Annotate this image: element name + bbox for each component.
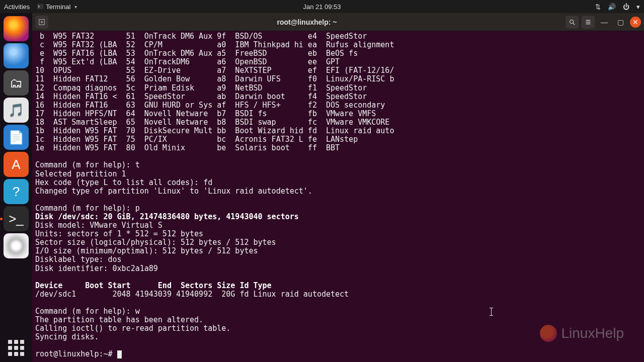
terminal-output[interactable]: b W95 FAT32 51 OnTrack DM6 Aux 9f BSD/OS… (32, 31, 644, 362)
terminal-line: Disklabel type: dos (35, 255, 122, 264)
terminal-line: Command (m for help): t (35, 160, 140, 169)
network-icon[interactable]: ⇅ (595, 3, 601, 11)
hamburger-icon (585, 19, 592, 26)
svg-rect-0 (37, 4, 43, 10)
shell-prompt: root@linuxhelp:~# (35, 349, 117, 358)
dock-libreoffice-writer[interactable]: 📄 (4, 125, 29, 150)
activities-button[interactable]: Activities (4, 3, 30, 11)
terminal-line: Sector size (logical/physical): 512 byte… (35, 238, 276, 247)
new-tab-button[interactable] (35, 16, 48, 29)
flame-icon (540, 325, 557, 342)
terminal-line: The partition table has been altered. (35, 315, 203, 324)
window-titlebar: root@linuxhelp: ~ — ▢ ✕ (32, 13, 644, 31)
dock-terminal[interactable]: >_ (4, 206, 29, 231)
show-applications-button[interactable] (8, 340, 24, 356)
terminal-line: Units: sectors of 1 * 512 = 512 bytes (35, 229, 203, 238)
maximize-button[interactable]: ▢ (614, 16, 627, 29)
dock-files[interactable]: 🗂 (4, 70, 29, 96)
close-button[interactable]: ✕ (630, 17, 641, 28)
terminal-line: Calling ioctl() to re-read partition tab… (35, 324, 230, 333)
system-status-area[interactable]: ⇅ 🔊 ⏻ ▾ (595, 3, 640, 11)
terminal-line: Changed type of partition 'Linux' to 'Li… (35, 187, 312, 196)
window-title: root@linuxhelp: ~ (51, 18, 562, 26)
volume-icon[interactable]: 🔊 (608, 3, 616, 11)
terminal-cursor (117, 350, 122, 358)
text-insertion-cursor (491, 308, 492, 316)
partition-table-row: /dev/sdc1 2048 41943039 41940992 20G fd … (35, 290, 349, 299)
terminal-line: Selected partition 1 (35, 169, 126, 178)
dock-disc[interactable] (4, 233, 29, 258)
dock-ubuntu-software[interactable]: A (4, 152, 29, 177)
terminal-line: Command (m for help): p (35, 204, 140, 213)
chevron-down-icon[interactable]: ▾ (636, 3, 640, 11)
dock-thunderbird[interactable] (4, 43, 29, 68)
app-menu[interactable]: Terminal (37, 3, 77, 11)
search-button[interactable] (566, 16, 579, 29)
svg-point-2 (570, 20, 574, 23)
terminal-line: Disk /dev/sdc: 20 GiB, 21474836480 bytes… (35, 212, 299, 221)
terminal-line: Command (m for help): w (35, 307, 140, 316)
search-icon (569, 19, 576, 26)
hamburger-menu-button[interactable] (582, 16, 595, 29)
minimize-button[interactable]: — (598, 16, 611, 29)
terminal-line: Disk model: VMware Virtual S (35, 221, 163, 230)
terminal-line: Disk identifier: 0xbc2a1a89 (35, 264, 158, 273)
linuxhelp-watermark: LinuxHelp (540, 325, 624, 342)
terminal-window: root@linuxhelp: ~ — ▢ ✕ b W95 FAT32 51 O… (32, 13, 644, 362)
dock-firefox[interactable] (4, 16, 29, 41)
gnome-top-panel: Activities Terminal Jan 21 09:53 ⇅ 🔊 ⏻ ▾ (0, 0, 644, 13)
partition-table-header: Device Boot Start End Sectors Size Id Ty… (35, 281, 272, 290)
ubuntu-dock: 🗂 🎵 📄 A ? >_ (0, 13, 32, 362)
terminal-line: Hex code (type L to list all codes): fd (35, 178, 212, 187)
power-icon[interactable]: ⏻ (623, 3, 629, 11)
dock-rhythmbox[interactable]: 🎵 (4, 98, 29, 123)
terminal-line: I/O size (minimum/optimal): 512 bytes / … (35, 246, 258, 255)
terminal-line: Syncing disks. (35, 332, 99, 341)
app-menu-label: Terminal (46, 3, 70, 11)
clock[interactable]: Jan 21 09:53 (303, 3, 341, 11)
terminal-icon (37, 3, 44, 10)
partition-type-table: b W95 FAT32 51 OnTrack DM6 Aux 9f BSD/OS… (35, 32, 394, 152)
dock-help[interactable]: ? (4, 179, 29, 204)
